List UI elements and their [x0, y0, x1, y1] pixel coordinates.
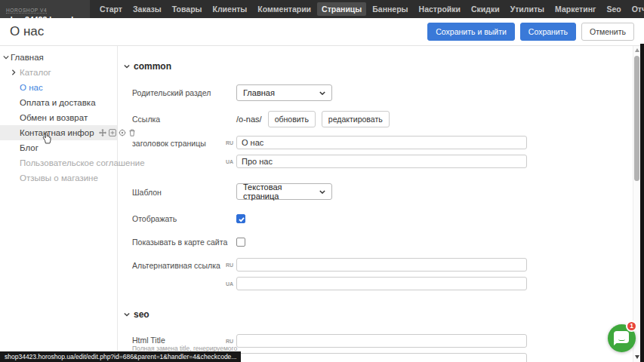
nav-utilities[interactable]: Утилиты [506, 2, 549, 16]
tree-item-store-reviews[interactable]: Отзывы о магазине [0, 170, 117, 186]
link-value: /o-nas/ [236, 115, 262, 124]
tree-item-exchange-return[interactable]: Обмен и возврат [0, 110, 117, 125]
tree-item-label: О нас [20, 83, 43, 92]
page-title: О нас [10, 24, 44, 39]
nav-clients[interactable]: Клиенты [208, 2, 252, 16]
nav-pages[interactable]: Страницы [317, 2, 366, 16]
tree-item-blog[interactable]: Блог [0, 140, 117, 155]
sitemap-checkbox[interactable] [236, 238, 245, 247]
nav-banners[interactable]: Баннеры [368, 2, 412, 16]
select-value: Текстовая страница [243, 183, 319, 201]
scroll-down-arrow-icon[interactable] [635, 355, 639, 359]
select-value: Главная [243, 88, 275, 97]
tree-item-contact-info[interactable]: Контактная инфор [0, 125, 117, 140]
chevron-down-icon [319, 91, 325, 95]
logo-domain: shop34423.horoshop.ua [6, 15, 90, 24]
status-url-tooltip: shop34423.horoshop.ua/edit/edit.php?id=6… [0, 351, 241, 362]
move-icon[interactable] [99, 129, 106, 137]
tree-item-actions [99, 129, 136, 137]
nav-start[interactable]: Старт [95, 2, 127, 16]
settings-icon[interactable] [119, 129, 126, 137]
display-label: Отображать [132, 214, 177, 223]
add-page-icon[interactable] [109, 129, 116, 137]
lang-badge-ua: UA [223, 281, 233, 287]
section-title: common [134, 61, 171, 72]
parent-section-select[interactable]: Главная [236, 84, 332, 101]
logo-version-tag: HOROSHOP V4 [6, 8, 47, 14]
lang-badge-ru: RU [223, 140, 233, 146]
lang-badge-ru: RU [223, 262, 233, 268]
tree-item-label: Главная [11, 53, 44, 62]
lang-badge-ua: UA [223, 159, 233, 164]
alt-link-label: Альтернативная ссылка [132, 261, 220, 270]
link-update-button[interactable]: обновить [268, 111, 316, 127]
nav-discounts[interactable]: Скидки [467, 2, 504, 16]
cancel-button[interactable]: Отменить [581, 23, 634, 41]
scrollbar-thumb[interactable] [634, 56, 639, 181]
parent-section-label: Родительский раздел [132, 88, 211, 97]
save-and-exit-button[interactable]: Сохранить и выйти [427, 23, 515, 41]
logo[interactable]: HOROSHOP V4 shop34423.horoshop.ua [0, 0, 90, 18]
tree-item-about[interactable]: О нас [0, 80, 117, 95]
section-title: seo [134, 309, 149, 320]
template-label: Шаблон [132, 188, 162, 197]
chevron-right-icon[interactable] [11, 69, 16, 75]
nav-reports[interactable]: Отчеты [627, 2, 644, 16]
tree-item-label: Контактная инфор [20, 128, 94, 137]
chevron-down-icon [319, 190, 325, 194]
nav-seo[interactable]: Seo [602, 2, 625, 16]
page-title-label: заголовок страницы [132, 139, 206, 148]
nav-marketing[interactable]: Маркетинг [550, 2, 600, 16]
delete-icon[interactable] [128, 129, 136, 137]
window-edge [640, 44, 644, 362]
nav-settings[interactable]: Настройки [414, 2, 465, 16]
pages-tree-sidebar: Главная Каталог О нас Оплата и доставка … [0, 46, 118, 362]
chat-unread-badge: 1 [626, 321, 637, 332]
chevron-down-icon [124, 312, 130, 317]
html-title-ua-input[interactable] [236, 353, 527, 362]
page-edit-form: common Родительский раздел Главная Ссылк… [119, 46, 633, 362]
chat-widget[interactable]: 1 [608, 324, 636, 352]
vertical-scrollbar[interactable] [633, 46, 640, 362]
check-icon [238, 216, 245, 223]
tree-item-label: Каталог [20, 68, 51, 77]
tree-item-label: Отзывы о магазине [20, 173, 98, 183]
alt-link-ua-input[interactable] [236, 277, 527, 290]
link-edit-button[interactable]: редактировать [322, 111, 390, 127]
tree-item-label: Блог [20, 143, 39, 152]
lang-badge-ru: RU [223, 339, 233, 344]
chat-smile-icon [618, 338, 625, 341]
chevron-down-icon [124, 64, 130, 69]
display-checkbox[interactable] [236, 214, 245, 223]
chevron-down-icon[interactable] [3, 55, 9, 60]
tree-item-catalog[interactable]: Каталог [0, 65, 117, 80]
tree-item-label: Обмен и возврат [20, 113, 88, 122]
link-label: Ссылка [132, 115, 160, 124]
tree-item-payment-delivery[interactable]: Оплата и доставка [0, 95, 117, 110]
section-seo[interactable]: seo [124, 309, 149, 320]
template-select[interactable]: Текстовая страница [236, 183, 332, 200]
nav-products[interactable]: Товары [168, 2, 207, 16]
tree-item-label: Пользовательское соглашение [20, 158, 145, 167]
nav-comments[interactable]: Комментарии [253, 2, 316, 16]
section-common[interactable]: common [124, 61, 171, 72]
chat-bubble-tail [614, 342, 618, 345]
header-buttons: Сохранить и выйти Сохранить Отменить [427, 23, 634, 41]
page-title-ru-input[interactable] [236, 136, 527, 149]
html-title-ru-input[interactable] [236, 334, 527, 348]
save-button[interactable]: Сохранить [520, 23, 576, 41]
tree-item-label: Оплата и доставка [20, 98, 96, 107]
chat-button[interactable]: 1 [608, 324, 636, 352]
scroll-up-arrow-icon[interactable] [635, 48, 639, 52]
main-nav: Старт Заказы Товары Клиенты Комментарии … [94, 2, 644, 16]
page-title-ua-input[interactable] [236, 155, 527, 168]
html-title-label: Html Title [132, 336, 165, 345]
alt-link-ru-input[interactable] [236, 258, 527, 272]
tree-item-user-agreement[interactable]: Пользовательское соглашение [0, 155, 117, 170]
link-row: /o-nas/ обновить редактировать [236, 111, 390, 127]
sitemap-label: Показывать в карте сайта [132, 238, 227, 247]
tree-item-home[interactable]: Главная [0, 50, 117, 65]
topbar: HOROSHOP V4 shop34423.horoshop.ua Старт … [0, 0, 644, 18]
nav-orders[interactable]: Заказы [128, 2, 166, 16]
